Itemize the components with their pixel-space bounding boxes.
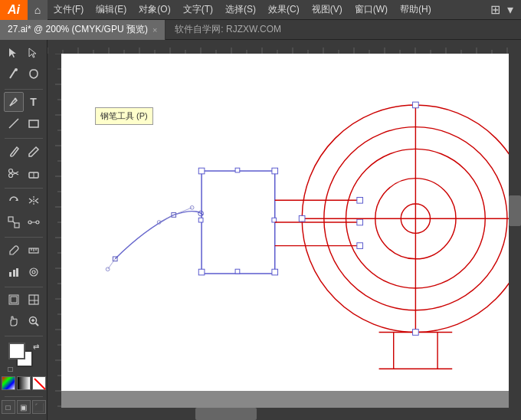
svg-rect-109 (198, 269, 205, 275)
menu-bar: Ai ⌂ 文件(F) 编辑(E) 对象(O) 文字(T) 选择(S) 效果(C)… (0, 0, 521, 20)
scrollbar-horizontal[interactable] (61, 408, 509, 420)
ruler-vertical (48, 54, 61, 420)
graph-tool[interactable] (4, 262, 24, 282)
svg-rect-26 (16, 268, 18, 277)
slice-tool[interactable] (24, 290, 44, 310)
tool-row-brush (2, 142, 45, 162)
tab-close-button[interactable]: × (152, 25, 157, 34)
svg-rect-118 (357, 197, 363, 203)
line-tool[interactable] (4, 113, 24, 133)
gradient-mode-button[interactable] (17, 376, 31, 390)
tool-row-scale (2, 212, 45, 232)
svg-rect-25 (13, 270, 15, 277)
symbol-sprayer-tool[interactable] (24, 262, 44, 282)
svg-rect-31 (29, 295, 38, 304)
tool-row-line (2, 113, 45, 133)
tool-tooltip: 钢笔工具 (P) (95, 107, 153, 125)
menu-select[interactable]: 选择(S) (219, 0, 262, 20)
artboard-tool[interactable] (4, 290, 24, 310)
artboard[interactable] (61, 54, 513, 391)
tab-info: 软件自学网: RJZXW.COM (165, 23, 290, 36)
reflect-tool[interactable] (24, 191, 44, 211)
workspace-icon[interactable]: ⊞ (487, 2, 503, 18)
svg-rect-120 (357, 243, 363, 249)
svg-line-4 (9, 119, 18, 128)
paintbrush-tool[interactable] (4, 142, 24, 162)
menu-window[interactable]: 窗口(W) (349, 0, 394, 20)
eyedropper-tool[interactable] (4, 241, 24, 261)
fullscreen2-mode-button[interactable]: ⬛ (32, 400, 46, 414)
separator-6 (5, 336, 43, 336)
rotate-tool[interactable] (4, 191, 24, 211)
fill-box[interactable] (8, 343, 25, 359)
swap-colors-icon[interactable]: ⇄ (33, 343, 39, 351)
pencil-tool[interactable] (24, 142, 44, 162)
tool-row-artboard (2, 290, 45, 310)
fullscreen-mode-button[interactable]: ▣ (17, 400, 31, 414)
ruler-horizontal (48, 40, 521, 54)
color-mode-button[interactable] (2, 376, 15, 390)
rectangle-tool[interactable] (24, 113, 44, 133)
arrange-icon[interactable]: ▾ (503, 2, 518, 18)
measure-tool[interactable] (24, 241, 44, 261)
direct-selection-tool[interactable] (24, 43, 44, 63)
svg-line-38 (34, 379, 45, 389)
svg-rect-24 (9, 272, 11, 277)
drawing-canvas (61, 54, 513, 391)
menu-right: ⊞ ▾ (487, 2, 518, 18)
svg-line-16 (13, 221, 15, 223)
default-colors-icon[interactable]: □ (8, 365, 13, 373)
type-tool[interactable]: T (24, 92, 44, 112)
svg-point-2 (14, 98, 16, 100)
svg-rect-132 (299, 215, 305, 221)
tool-row-graph (2, 262, 45, 282)
lasso-tool[interactable] (24, 64, 44, 84)
selection-tool[interactable] (4, 43, 24, 63)
menu-effect[interactable]: 效果(C) (262, 0, 306, 20)
menu-items: 文件(F) 编辑(E) 对象(O) 文字(T) 选择(S) 效果(C) 视图(V… (48, 0, 487, 20)
svg-rect-5 (29, 120, 38, 127)
normal-mode-button[interactable]: □ (2, 400, 15, 414)
svg-rect-111 (235, 168, 240, 172)
color-section: ⇄ □ □ ▣ ⬛ (2, 333, 46, 420)
menu-edit[interactable]: 编辑(E) (90, 0, 133, 20)
menu-file[interactable]: 文件(F) (48, 0, 90, 20)
eraser-tool[interactable] (24, 163, 44, 183)
svg-rect-107 (198, 168, 205, 174)
menu-view[interactable]: 视图(V) (306, 0, 349, 20)
menu-object[interactable]: 对象(O) (133, 0, 176, 20)
svg-point-17 (28, 221, 31, 224)
tool-row-wand (2, 64, 45, 84)
home-icon[interactable]: ⌂ (28, 0, 48, 20)
blend-tool[interactable] (24, 212, 44, 232)
svg-rect-14 (8, 217, 13, 221)
svg-rect-133 (413, 102, 419, 108)
svg-rect-119 (357, 219, 363, 225)
scrollbar-thumb-vertical[interactable] (509, 195, 521, 226)
svg-point-27 (30, 268, 38, 276)
svg-point-28 (32, 271, 35, 274)
svg-point-6 (8, 169, 12, 172)
separator-7 (5, 396, 43, 397)
svg-rect-113 (272, 218, 277, 222)
scrollbar-thumb-horizontal[interactable] (195, 408, 257, 420)
canvas-area[interactable]: 钢笔工具 (P) (48, 40, 521, 420)
menu-text[interactable]: 文字(T) (177, 0, 219, 20)
tool-row-rotate (2, 191, 45, 211)
tab-active[interactable]: 27.ai* @ 200% (CMYK/GPU 预览) × (0, 20, 165, 40)
tool-row-pen: T (2, 92, 45, 112)
scrollbar-corner (509, 408, 521, 420)
magic-wand-tool[interactable] (4, 64, 24, 84)
zoom-tool[interactable] (24, 311, 44, 331)
menu-help[interactable]: 帮助(H) (394, 0, 437, 20)
svg-rect-134 (413, 330, 419, 336)
scale-tool[interactable] (4, 212, 24, 232)
svg-rect-110 (272, 269, 278, 275)
svg-point-18 (36, 221, 39, 224)
scissors-tool[interactable] (4, 163, 24, 183)
scrollbar-vertical[interactable] (509, 54, 521, 408)
hand-tool[interactable] (4, 311, 24, 331)
pen-tool[interactable] (4, 92, 24, 112)
no-color-button[interactable] (32, 376, 46, 390)
tool-row-scissors (2, 163, 45, 183)
